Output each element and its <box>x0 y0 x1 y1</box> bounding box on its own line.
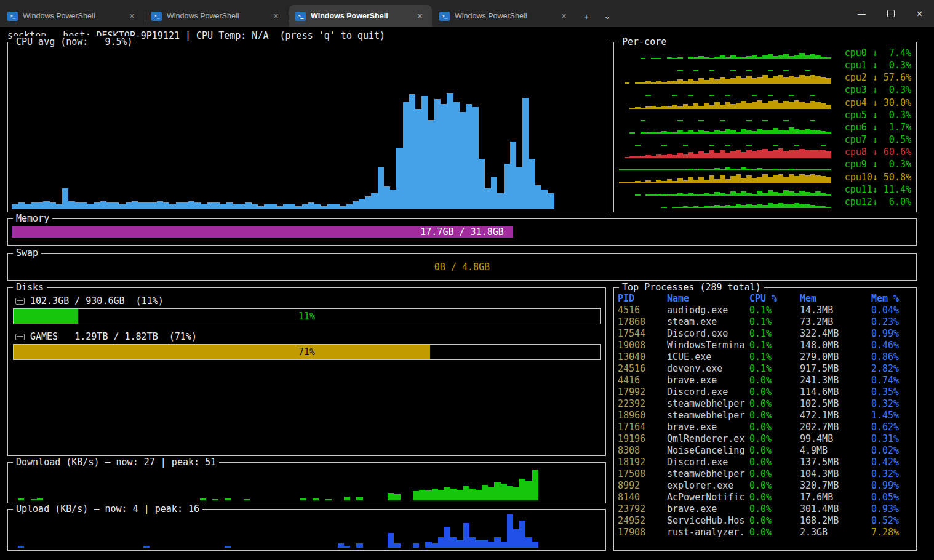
disks-panel: Disks 102.3GB / 930.6GB (11%) 11% GAMES … <box>7 287 606 456</box>
chart-bar <box>741 205 746 207</box>
chart-bar <box>672 105 677 108</box>
chart-bar <box>651 194 657 196</box>
cell-cpu: 0.0% <box>749 468 800 480</box>
cell-memp: 0.62% <box>871 422 914 433</box>
tab-powershell-1[interactable]: >_ Windows PowerShell ✕ <box>1 5 144 27</box>
chart-bar <box>667 81 673 84</box>
chart-bar <box>773 128 778 134</box>
new-tab-button[interactable]: + <box>576 5 597 27</box>
chart-bar <box>651 106 657 108</box>
chart-bar <box>757 100 762 108</box>
tab-close-icon[interactable]: ✕ <box>414 12 426 21</box>
chart-bar <box>476 540 482 548</box>
chart-bar <box>805 76 810 84</box>
cell-mem: 114.6MB <box>800 386 871 398</box>
chart-bar <box>688 193 693 195</box>
cell-mem: 102.5MB <box>800 398 871 410</box>
chart-bar <box>794 203 800 208</box>
maximize-button[interactable] <box>876 0 905 27</box>
disk-icon <box>15 298 25 305</box>
chart-bar <box>709 175 715 183</box>
chart-bar <box>778 193 784 196</box>
chart-bar <box>698 194 704 196</box>
cell-mem: 472.1MB <box>800 410 871 422</box>
tab-label: Windows PowerShell <box>311 12 409 20</box>
chart-bar <box>736 132 741 134</box>
cell-name: Discord.exe <box>667 457 749 468</box>
chart-bar <box>826 151 831 159</box>
memory-gauge: 17.7GB / 31.8GB <box>12 226 912 238</box>
chart-bar <box>720 193 725 196</box>
minimize-button[interactable]: — <box>847 0 876 27</box>
chart-bar <box>826 177 831 183</box>
tab-powershell-3-active[interactable]: >_ Windows PowerShell ✕ <box>289 5 432 27</box>
chart-bar <box>714 102 720 109</box>
cell-cpu: 0.1% <box>749 351 800 363</box>
cell-cpu: 0.0% <box>749 515 800 527</box>
chart-bar <box>525 537 532 548</box>
per-core-panel: Per-core cpu0 ↓ 7.4%cpu1 ↓ 0.3%cpu2 ↓ 57… <box>613 42 917 212</box>
chart-bar <box>656 81 661 84</box>
core-history-chart <box>619 174 831 183</box>
cell-name: NoiseCanceling <box>667 445 749 457</box>
chart-bar <box>460 112 466 209</box>
chart-bar <box>810 174 816 183</box>
chart-bar <box>683 81 689 84</box>
chart-bar <box>693 180 699 183</box>
tab-close-icon[interactable]: ✕ <box>558 12 570 21</box>
chart-bar <box>698 177 704 183</box>
chart-bar <box>789 95 794 96</box>
chart-bar <box>815 175 821 183</box>
process-row: 8992explorer.exe0.0%320.7MB0.99% <box>618 480 914 492</box>
chart-bar <box>677 178 683 183</box>
chart-bar <box>768 101 773 108</box>
cell-memp: 0.46% <box>871 340 914 351</box>
tab-powershell-2[interactable]: >_ Windows PowerShell ✕ <box>145 5 288 27</box>
core-row-cpu3: cpu3 ↓ 0.3% <box>619 84 911 96</box>
core-history-chart <box>619 111 831 121</box>
chart-bar <box>752 169 757 170</box>
chart-bar <box>344 497 350 500</box>
chart-bar <box>762 120 768 121</box>
cell-memp: 0.86% <box>871 351 914 363</box>
powershell-icon: >_ <box>151 12 162 21</box>
cell-pid: 18192 <box>618 457 667 468</box>
terminal-screen[interactable]: socktop — host: DESKTOP-9P19121 | CPU Te… <box>0 27 934 560</box>
core-label: cpu3 ↓ 0.3% <box>836 84 911 96</box>
chart-bar <box>667 132 673 134</box>
core-label: cpu4 ↓ 30.0% <box>836 97 911 109</box>
chart-bar <box>778 75 784 84</box>
chart-bar <box>688 207 693 208</box>
chart-bar <box>709 78 715 84</box>
upload-history-chart <box>12 514 602 548</box>
tab-close-icon[interactable]: ✕ <box>270 12 282 21</box>
chart-bar <box>720 55 725 59</box>
core-row-cpu4: cpu4 ↓ 30.0% <box>619 97 911 109</box>
download-title: Download (KB/s) — now: 27 | peak: 51 <box>13 456 219 468</box>
chart-bar <box>736 150 741 158</box>
chart-bar <box>794 55 800 59</box>
chart-bar <box>789 127 794 134</box>
chart-bar <box>677 169 683 171</box>
close-button[interactable]: ✕ <box>905 0 934 27</box>
chart-bar <box>683 169 689 170</box>
chart-bar <box>794 150 800 158</box>
chart-bar <box>746 175 752 183</box>
tab-close-icon[interactable]: ✕ <box>126 12 138 21</box>
chart-bar <box>741 57 746 59</box>
tab-powershell-4[interactable]: >_ Windows PowerShell ✕ <box>433 5 576 27</box>
chart-bar <box>810 54 816 59</box>
cell-memp: 0.31% <box>871 433 914 445</box>
cell-pid: 24516 <box>618 363 667 375</box>
tab-dropdown-button[interactable]: ⌄ <box>597 5 618 27</box>
chart-bar <box>821 103 826 108</box>
chart-bar <box>635 145 641 146</box>
core-history-chart <box>619 136 831 146</box>
chart-bar <box>704 103 709 109</box>
chart-bar <box>810 150 816 159</box>
chart-bar <box>641 82 646 84</box>
chart-bar <box>683 132 689 134</box>
chart-bar <box>698 207 704 208</box>
chart-bar <box>494 482 500 500</box>
chart-bar <box>720 131 725 134</box>
